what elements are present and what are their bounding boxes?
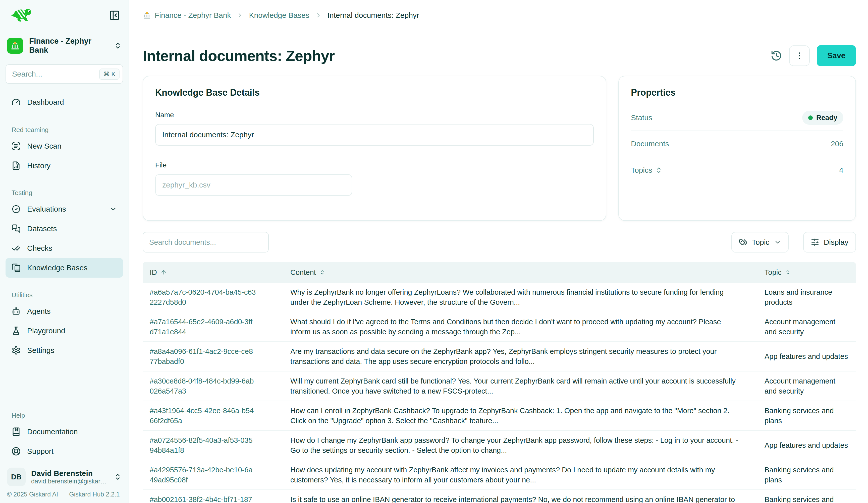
scan-icon (12, 142, 21, 150)
status-dot-icon (808, 115, 813, 120)
breadcrumb-current: Internal documents: Zephyr (328, 11, 419, 20)
sidebar-item-label: History (27, 161, 51, 170)
sidebar-search[interactable]: ⌘ K (6, 64, 123, 84)
table-row[interactable]: #a30ce8d8-04f8-484c-bd99-6ab026a547a3Wil… (143, 371, 856, 401)
life-buoy-icon (12, 447, 21, 456)
status-label: Status (631, 114, 652, 122)
breadcrumb-knowledge-bases[interactable]: Knowledge Bases (249, 11, 309, 20)
sidebar-item-support[interactable]: Support (6, 441, 123, 461)
flask-icon (12, 326, 21, 335)
doc-id-link[interactable]: #a8a4a096-61f1-4ac2-9cce-ce877babadf0 (143, 346, 263, 366)
history-icon[interactable] (771, 50, 782, 62)
topic-filter-button[interactable]: Topic (731, 232, 789, 252)
save-button[interactable]: Save (817, 45, 856, 66)
topics-label[interactable]: Topics (631, 166, 662, 175)
sidebar-item-checks[interactable]: Checks (6, 239, 123, 258)
avatar: DB (7, 468, 25, 486)
table-row[interactable]: #a43f1964-4cc5-42ee-846a-b5466f2df65aHow… (143, 401, 856, 431)
sidebar-item-agents[interactable]: Agents (6, 302, 123, 321)
topics-count: 4 (839, 166, 844, 175)
sidebar-item-datasets[interactable]: Datasets (6, 219, 123, 239)
content: Internal documents: Zephyr Save Knowledg… (129, 31, 868, 503)
chevrons-up-down-icon (320, 270, 325, 275)
sidebar-item-knowledge-bases[interactable]: Knowledge Bases (6, 258, 123, 277)
more-actions-button[interactable] (789, 45, 810, 66)
chevron-down-icon (110, 205, 117, 213)
file-field[interactable] (155, 174, 352, 196)
sidebar-search-input[interactable] (12, 70, 99, 78)
tags-icon (739, 238, 747, 247)
doc-id-link[interactable]: #a43f1964-4cc5-42ee-846a-b5466f2df65a (143, 406, 263, 426)
doc-topic-cell: Banking services and plans (757, 465, 856, 485)
doc-id-link[interactable]: #a7a16544-65e2-4609-a6d0-3ffd71a1e844 (143, 317, 263, 337)
table-row[interactable]: #a0724556-82f5-40a3-af53-03594b84a1f8How… (143, 431, 856, 460)
sidebar-item-dashboard[interactable]: Dashboard (6, 92, 123, 112)
sidebar-item-label: Playground (27, 326, 65, 335)
user-menu[interactable]: DB David Berenstein david.berenstein@gis… (6, 468, 123, 486)
doc-id-link[interactable]: #a6a57a7c-0620-4704-ba45-c632227d58d0 (143, 287, 263, 307)
doc-content-cell: Are my transactions and data secure on t… (283, 346, 757, 366)
search-documents-input[interactable] (143, 232, 269, 252)
sidebar-item-documentation[interactable]: Documentation (6, 422, 123, 441)
column-header-id[interactable]: ID (143, 268, 283, 276)
details-card-title: Knowledge Base Details (155, 87, 594, 98)
book-marked-icon (12, 427, 21, 436)
book-copy-icon (12, 263, 21, 272)
documents-row: Documents 206 (631, 131, 844, 157)
chevrons-up-down-icon (114, 473, 122, 481)
arrow-up-icon (161, 269, 167, 275)
doc-id-link[interactable]: #a4295576-713a-42be-be10-6a49ad95c08f (143, 465, 263, 485)
chevrons-up-down-icon (785, 270, 790, 275)
sidebar-item-label: Knowledge Bases (27, 263, 87, 272)
doc-id-link[interactable]: #ab002161-38f2-4b4c-bf71-187925561751 (143, 494, 263, 503)
properties-card: Properties Status Ready Documents 206 (618, 76, 856, 221)
sidebar-item-label: Datasets (27, 224, 57, 233)
check-check-icon (12, 244, 21, 253)
column-header-content[interactable]: Content (283, 268, 757, 276)
chevrons-up-down-icon (655, 167, 662, 174)
table-header: ID Content Topic (143, 262, 856, 283)
table-row[interactable]: #a8a4a096-61f1-4ac2-9cce-ce877babadf0Are… (143, 342, 856, 371)
sliders-icon (811, 238, 819, 247)
search-shortcut-chip: ⌘ K (99, 69, 120, 80)
display-button[interactable]: Display (803, 232, 856, 252)
name-field[interactable] (155, 124, 594, 146)
breadcrumb-project[interactable]: Finance - Zephyr Bank (143, 11, 231, 20)
documents-label: Documents (631, 139, 669, 148)
gear-icon (12, 346, 21, 355)
sidebar-item-label: New Scan (27, 142, 62, 150)
doc-content-cell: How does updating my account with Zephyr… (283, 465, 757, 485)
sidebar-item-label: Settings (27, 346, 54, 355)
table-row[interactable]: #a4295576-713a-42be-be10-6a49ad95c08fHow… (143, 460, 856, 490)
column-header-topic[interactable]: Topic (757, 268, 856, 276)
table-row[interactable]: #a7a16544-65e2-4609-a6d0-3ffd71a1e844Wha… (143, 312, 856, 342)
sidebar-item-label: Checks (27, 244, 52, 252)
documents-table: ID Content Topic #a6a57a7c-0620-4704-ba4… (143, 262, 856, 503)
sidebar-item-new-scan[interactable]: New Scan (6, 136, 123, 156)
chevrons-up-down-icon (114, 42, 122, 50)
doc-topic-cell: Banking services and plans (757, 494, 856, 503)
table-row[interactable]: #ab002161-38f2-4b4c-bf71-187925561751Is … (143, 490, 856, 503)
sidebar-item-history[interactable]: History (6, 156, 123, 176)
sidebar-item-evaluations[interactable]: Evaluations (6, 199, 123, 219)
doc-id-link[interactable]: #a0724556-82f5-40a3-af53-03594b84a1f8 (143, 435, 263, 455)
page-title: Internal documents: Zephyr (143, 47, 334, 64)
project-selector[interactable]: Finance - Zephyr Bank (6, 36, 123, 56)
doc-content-cell: How do I change my ZephyrBank app passwo… (283, 435, 757, 455)
badge-check-icon (12, 205, 21, 213)
sidebar-item-playground[interactable]: Playground (6, 321, 123, 340)
chevron-down-icon (774, 239, 781, 246)
sidebar-item-label: Evaluations (27, 205, 66, 213)
status-badge: Ready (802, 111, 844, 125)
doc-id-link[interactable]: #a30ce8d8-04f8-484c-bd99-6ab026a547a3 (143, 376, 263, 396)
table-row[interactable]: #a6a57a7c-0620-4704-ba45-c632227d58d0Why… (143, 283, 856, 312)
doc-content-cell: Will my current ZephyrBank card still be… (283, 376, 757, 396)
section-label-help: Help (6, 412, 123, 419)
user-email: david.berenstein@giskard... (31, 478, 108, 485)
sidebar-item-settings[interactable]: Settings (6, 340, 123, 360)
doc-content-cell: Is it safe to use an online IBAN generat… (283, 494, 757, 503)
doc-content-cell: How can I enroll in ZephyrBank Cashback?… (283, 406, 757, 426)
sidebar-collapse-icon[interactable] (109, 10, 120, 21)
section-label-utilities: Utilities (6, 291, 123, 299)
bot-icon (12, 307, 21, 316)
